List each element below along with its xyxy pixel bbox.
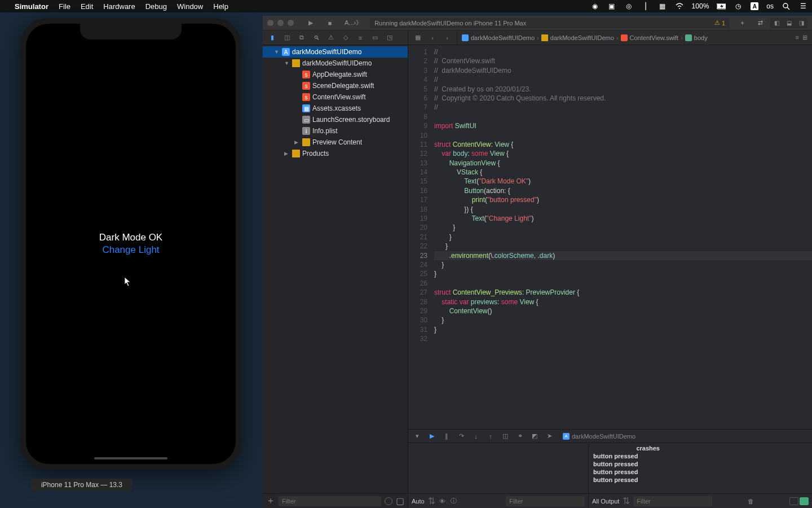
output-selector[interactable]: All Output bbox=[592, 498, 619, 505]
home-indicator[interactable] bbox=[94, 457, 167, 459]
add-target-icon[interactable]: ＋ bbox=[266, 495, 275, 507]
breakpoint-navigator-icon[interactable]: ▭ bbox=[368, 32, 382, 43]
search-icon[interactable] bbox=[782, 2, 791, 11]
step-out-icon[interactable]: ↑ bbox=[486, 433, 495, 440]
macos-menubar: Simulator File Edit Hardware Debug Windo… bbox=[0, 0, 812, 12]
scm-filter-icon[interactable]: ▢ bbox=[396, 496, 404, 506]
source-control-icon[interactable]: ◫ bbox=[280, 32, 294, 43]
nav-products[interactable]: ▶Products bbox=[263, 148, 408, 159]
console-output[interactable]: crashesbutton pressedbutton pressedbutto… bbox=[589, 443, 812, 493]
line-gutter: 1234567891011121314151617181920212223242… bbox=[408, 45, 432, 429]
view-hierarchy-icon[interactable]: ◫ bbox=[501, 432, 510, 440]
screenshot-icon[interactable]: ▣ bbox=[607, 2, 616, 11]
nav-file-appdelegate[interactable]: sAppDelegate.swift bbox=[263, 69, 408, 80]
project-navigator: ▼AdarkModeSwiftUIDemo ▼darkModeSwiftUIDe… bbox=[263, 45, 408, 508]
nav-project-root[interactable]: ▼AdarkModeSwiftUIDemo bbox=[263, 46, 408, 58]
swift-file-icon bbox=[621, 34, 628, 41]
run-button[interactable]: ▶ bbox=[303, 18, 319, 28]
eye-icon[interactable]: 👁︎ bbox=[439, 498, 447, 505]
siri-icon[interactable]: ◎ bbox=[624, 2, 633, 11]
find-navigator-icon[interactable]: 🔍︎ bbox=[309, 32, 324, 43]
navigator-filter-input[interactable] bbox=[279, 496, 381, 506]
app-name[interactable]: Simulator bbox=[15, 2, 48, 11]
breakpoints-toggle-icon[interactable]: ▶ bbox=[427, 432, 436, 440]
debug-footer: Auto⇅ 👁︎ ⓘ All Output⇅ 🗑︎ bbox=[408, 493, 812, 508]
simulator-label: iPhone 11 Pro Max — 13.3 bbox=[31, 479, 133, 491]
back-icon[interactable]: ‹ bbox=[425, 32, 440, 43]
left-panel-icon[interactable]: ◧ bbox=[770, 18, 783, 28]
auto-selector[interactable]: Auto bbox=[412, 498, 425, 505]
battery-icon[interactable] bbox=[717, 2, 726, 11]
panel-toggle[interactable]: ◧⬓◨ bbox=[770, 18, 807, 28]
location-icon[interactable]: ➤ bbox=[545, 432, 554, 440]
report-navigator-icon[interactable]: ◳ bbox=[382, 32, 397, 43]
project-navigator-icon[interactable]: ▮ bbox=[265, 32, 280, 43]
variables-view[interactable] bbox=[408, 443, 589, 493]
divider-icon: ⎮ bbox=[641, 2, 650, 11]
user-name[interactable]: os bbox=[766, 2, 774, 10]
nav-file-contentview[interactable]: sContentView.swift bbox=[263, 91, 408, 103]
issue-navigator-icon[interactable]: ⚠ bbox=[324, 32, 338, 43]
environment-overrides-icon[interactable]: ◩ bbox=[530, 432, 539, 440]
code-area[interactable]: //// ContentView.swift// darkModeSwiftUI… bbox=[432, 45, 812, 429]
symbol-navigator-icon[interactable]: ⧉ bbox=[294, 32, 309, 43]
add-button[interactable]: ＋ bbox=[734, 18, 750, 28]
battery-percent: 100% bbox=[692, 2, 709, 10]
scheme-selector[interactable]: A...›》 bbox=[341, 19, 365, 27]
wifi-icon[interactable] bbox=[675, 2, 684, 11]
stop-button[interactable]: ■ bbox=[322, 18, 338, 28]
clock-outline-icon[interactable]: ◷ bbox=[734, 2, 743, 11]
menu-hardware[interactable]: Hardware bbox=[103, 2, 135, 11]
console-filter-input[interactable] bbox=[633, 496, 712, 506]
recent-filter-icon[interactable] bbox=[385, 497, 392, 505]
forward-icon[interactable]: › bbox=[440, 32, 454, 43]
simulator-device: Dark Mode OK Change Light bbox=[20, 18, 241, 470]
nav-preview-content[interactable]: ▶Preview Content bbox=[263, 137, 408, 148]
jump-bar[interactable]: darkModeSwiftUIDemo› darkModeSwiftUIDemo… bbox=[457, 34, 712, 41]
nav-file-launchscreen[interactable]: ▭LaunchScreen.storyboard bbox=[263, 114, 408, 125]
info-icon[interactable]: ⓘ bbox=[450, 497, 458, 505]
debug-target[interactable]: darkModeSwiftUIDemo bbox=[572, 433, 636, 440]
property-icon bbox=[685, 34, 692, 41]
folder-icon bbox=[541, 34, 548, 41]
version-editor-button[interactable]: ⇄ bbox=[752, 18, 768, 28]
editor-options-icon[interactable]: ≡ bbox=[796, 34, 799, 41]
control-center-icon[interactable]: ☰ bbox=[798, 2, 807, 11]
phone-change-light-button[interactable]: Change Light bbox=[102, 244, 159, 256]
pause-icon[interactable]: ‖ bbox=[442, 432, 451, 440]
nav-group[interactable]: ▼darkModeSwiftUIDemo bbox=[263, 58, 408, 69]
tab-bar: ▮ ◫ ⧉ 🔍︎ ⚠ ◇ ≡ ▭ ◳ ▦ ‹ › darkModeSwiftUI… bbox=[263, 30, 812, 45]
record-icon[interactable]: ◉ bbox=[590, 2, 599, 11]
input-source-icon[interactable]: A bbox=[751, 2, 758, 10]
phone-screen[interactable]: Dark Mode OK Change Light bbox=[26, 24, 236, 464]
grid-icon[interactable]: ▦ bbox=[658, 2, 667, 11]
menu-debug[interactable]: Debug bbox=[145, 2, 167, 11]
variables-filter-input[interactable] bbox=[506, 496, 585, 506]
hide-debug-icon[interactable]: ▾ bbox=[413, 432, 422, 440]
menu-file[interactable]: File bbox=[59, 2, 70, 11]
memory-graph-icon[interactable]: ⚭ bbox=[515, 432, 524, 440]
bottom-panel-icon[interactable]: ⬓ bbox=[783, 18, 795, 28]
nav-file-infoplist[interactable]: iInfo.plist bbox=[263, 125, 408, 137]
trash-icon[interactable]: 🗑︎ bbox=[747, 498, 755, 505]
debug-toolbar: ▾ ▶ ‖ ↷ ↓ ↑ ◫ ⚭ ◩ ➤ AdarkModeSwiftUIDemo bbox=[408, 430, 812, 443]
debug-navigator-icon[interactable]: ≡ bbox=[353, 32, 368, 43]
project-icon bbox=[462, 34, 469, 41]
code-editor[interactable]: 1234567891011121314151617181920212223242… bbox=[408, 45, 812, 429]
right-panel-icon[interactable]: ◨ bbox=[795, 18, 807, 28]
pane-toggle[interactable] bbox=[789, 497, 809, 505]
menu-help[interactable]: Help bbox=[213, 2, 228, 11]
warning-badge[interactable]: ⚠ 1 bbox=[714, 19, 725, 27]
debug-area: ▾ ▶ ‖ ↷ ↓ ↑ ◫ ⚭ ◩ ➤ AdarkModeSwiftUIDemo bbox=[408, 429, 812, 508]
step-into-icon[interactable]: ↓ bbox=[471, 433, 480, 440]
traffic-lights[interactable] bbox=[267, 20, 294, 26]
step-over-icon[interactable]: ↷ bbox=[457, 432, 466, 440]
test-navigator-icon[interactable]: ◇ bbox=[338, 32, 353, 43]
nav-file-assets[interactable]: ▦Assets.xcassets bbox=[263, 103, 408, 114]
menu-window[interactable]: Window bbox=[177, 2, 203, 11]
related-items-icon[interactable]: ▦ bbox=[411, 32, 425, 43]
nav-file-scenedelegate[interactable]: sSceneDelegate.swift bbox=[263, 80, 408, 91]
activity-status: Running darkModeSwiftUIDemo on iPhone 11… bbox=[370, 18, 730, 28]
add-editor-icon[interactable]: ⊞ bbox=[802, 34, 807, 41]
menu-edit[interactable]: Edit bbox=[81, 2, 93, 11]
